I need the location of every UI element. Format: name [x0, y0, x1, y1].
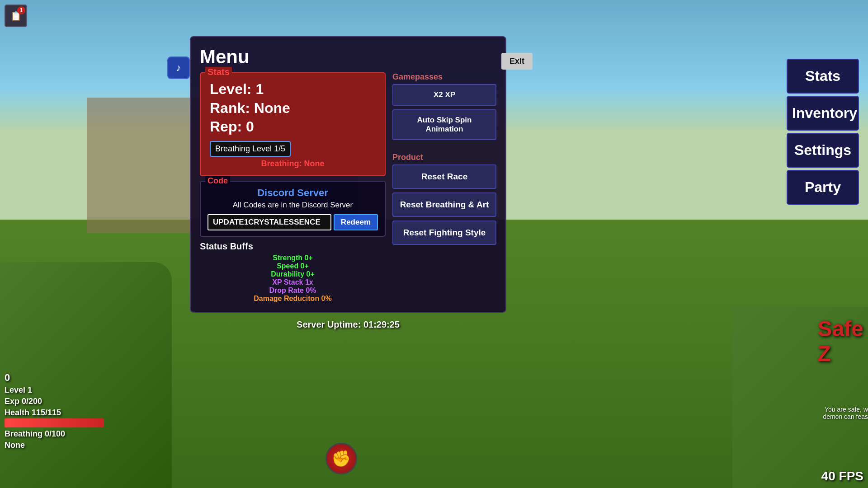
menu-title: Menu — [200, 46, 496, 68]
buff-strength: Strength 0+ — [200, 254, 386, 262]
fist-emoji: ✊ — [331, 450, 351, 468]
reset-fighting-button[interactable]: Reset Fighting Style — [392, 221, 496, 245]
stat-level: Level: 1 — [210, 80, 376, 99]
safe-zone-sub2: demon can feas — [823, 413, 868, 420]
breathing-none: Breathing: None — [210, 159, 376, 169]
hud-exp: Exp 0/200 — [5, 397, 104, 406]
nav-stats-button[interactable]: Stats — [787, 59, 859, 94]
stats-section: Stats Level: 1 Rank: None Rep: 0 Breathi… — [200, 72, 386, 176]
discord-link[interactable]: Discord Server — [208, 187, 378, 199]
right-nav: Stats Inventory Settings Party — [787, 59, 859, 205]
menu-panel: Menu Exit Stats Level: 1 Rank: None Rep:… — [190, 36, 506, 313]
safe-zone-panel: Safe Z You are safe, w demon can feas — [823, 406, 868, 420]
right-column: Gamepasses X2 XP Auto Skip Spin Animatio… — [392, 72, 496, 303]
hud-level: Level 1 — [5, 385, 104, 395]
reset-breathing-button[interactable]: Reset Breathing & Art — [392, 192, 496, 217]
hud-breathing: Breathing 0/100 — [5, 429, 104, 439]
music-button[interactable]: ♪ — [167, 56, 190, 79]
hud-panel: 0 Level 1 Exp 0/200 Health 115/115 Breat… — [5, 372, 104, 452]
fist-icon[interactable]: ✊ — [326, 443, 357, 474]
buff-durability: Durability 0+ — [200, 270, 386, 278]
reset-race-button[interactable]: Reset Race — [392, 164, 496, 189]
exit-button[interactable]: Exit — [501, 53, 533, 70]
hud-rep: 0 — [5, 372, 104, 384]
buff-damage-reduction: Damage Reduciton 0% — [200, 295, 386, 303]
hud-health: Health 115/115 — [5, 408, 104, 427]
auto-skip-button[interactable]: Auto Skip Spin Animation — [392, 109, 496, 140]
safe-zone-title: Safe Z — [818, 316, 863, 366]
notification-badge: 1 — [17, 6, 25, 14]
safe-zone-sub1: You are safe, w — [823, 406, 868, 413]
discord-sub: All Codes are in the Discord Server — [208, 201, 378, 210]
stat-rep: Rep: 0 — [210, 117, 376, 136]
breathing-bar: Breathing Level 1/5 — [210, 141, 291, 157]
music-icon: ♪ — [176, 62, 181, 74]
top-left-icon: 1 📋 — [5, 5, 27, 27]
code-label: Code — [205, 176, 230, 186]
product-section: Product Reset Race Reset Breathing & Art… — [392, 153, 496, 249]
health-bar — [5, 418, 104, 427]
gamepasses-section: Gamepasses X2 XP Auto Skip Spin Animatio… — [392, 72, 496, 144]
product-header: Product — [392, 153, 496, 162]
code-input[interactable] — [208, 214, 331, 230]
left-column: Stats Level: 1 Rank: None Rep: 0 Breathi… — [200, 72, 386, 303]
stat-rank: Rank: None — [210, 99, 376, 118]
gamepasses-header: Gamepasses — [392, 72, 496, 82]
status-title: Status Buffs — [200, 241, 386, 252]
x2xp-button[interactable]: X2 XP — [392, 84, 496, 106]
menu-columns: Stats Level: 1 Rank: None Rep: 0 Breathi… — [200, 72, 496, 303]
server-uptime: Server Uptime: 01:29:25 — [297, 319, 400, 330]
fps-display: 40 FPS — [821, 469, 863, 483]
stats-label: Stats — [205, 67, 232, 77]
status-section: Status Buffs Strength 0+ Speed 0+ Durabi… — [200, 241, 386, 303]
code-section: Code Discord Server All Codes are in the… — [200, 181, 386, 237]
buff-xp-stack: XP Stack 1x — [200, 278, 386, 286]
hud-breathing-style: None — [5, 441, 104, 450]
redeem-button[interactable]: Redeem — [334, 214, 378, 230]
buff-drop-rate: Drop Rate 0% — [200, 286, 386, 295]
nav-settings-button[interactable]: Settings — [787, 133, 859, 168]
nav-party-button[interactable]: Party — [787, 170, 859, 205]
code-input-row: Redeem — [208, 214, 378, 230]
nav-inventory-button[interactable]: Inventory — [787, 96, 859, 131]
buff-speed: Speed 0+ — [200, 262, 386, 270]
